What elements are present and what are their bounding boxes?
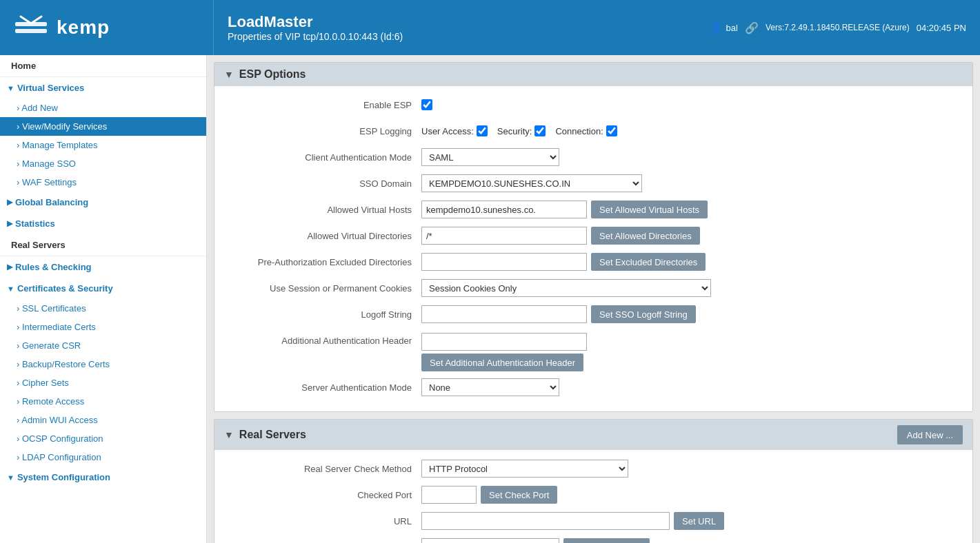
esp-logging-checkboxes: User Access: Security: Connection: xyxy=(421,125,624,136)
sidebar-item-remote-access[interactable]: › Remote Access xyxy=(0,392,206,411)
add-new-real-server-btn[interactable]: Add New ... xyxy=(897,425,963,444)
rules-checking-arrow: ▶ xyxy=(7,263,12,272)
client-auth-mode-select[interactable]: SAML Form Based Basic None xyxy=(421,148,559,166)
set-allowed-virtual-hosts-btn[interactable]: Set Allowed Virtual Hosts xyxy=(591,201,708,218)
sidebar-item-manage-sso[interactable]: › Manage SSO xyxy=(0,154,206,173)
additional-auth-header-input[interactable] xyxy=(421,333,587,351)
set-status-codes-btn[interactable]: Set Status Codes xyxy=(563,538,650,543)
sidebar-item-real-servers[interactable]: Real Servers xyxy=(0,234,206,256)
system-config-label: System Configuration xyxy=(17,472,110,482)
security-checkbox[interactable] xyxy=(534,125,546,136)
sidebar-section-virtual-services[interactable]: ▼ Virtual Services xyxy=(0,77,206,99)
set-allowed-directories-btn[interactable]: Set Allowed Directories xyxy=(591,227,700,245)
virtual-services-label: Virtual Services xyxy=(17,83,84,93)
url-row: URL Set URL xyxy=(228,511,959,531)
esp-options-header: ▼ ESP Options xyxy=(214,63,972,86)
sidebar-item-cipher-sets[interactable]: › Cipher Sets xyxy=(0,373,206,392)
logoff-string-row: Logoff String Set SSO Logoff String xyxy=(228,304,959,325)
esp-logging-control: User Access: Security: Connection: xyxy=(421,125,959,136)
client-auth-mode-row: Client Authentication Mode SAML Form Bas… xyxy=(228,147,959,167)
sidebar: Home ▼ Virtual Services › Add New › View… xyxy=(0,55,207,543)
status-codes-input[interactable] xyxy=(421,538,559,543)
sidebar-section-statistics[interactable]: ▶ Statistics xyxy=(0,213,206,234)
set-check-port-btn[interactable]: Set Check Port xyxy=(481,486,557,504)
additional-auth-header-label: Additional Authentication Header xyxy=(228,333,421,346)
check-method-row: Real Server Check Method HTTP Protocol I… xyxy=(228,458,959,479)
sidebar-item-ldap-configuration[interactable]: › LDAP Configuration xyxy=(0,448,206,467)
esp-options-panel: ▼ ESP Options Enable ESP ESP Logging xyxy=(214,62,973,412)
sidebar-item-ocsp-configuration[interactable]: › OCSP Configuration xyxy=(0,429,206,448)
logo-text: kemp xyxy=(57,17,110,39)
sidebar-item-manage-templates[interactable]: › Manage Templates xyxy=(0,136,206,154)
allowed-virtual-dirs-control: Set Allowed Directories xyxy=(421,227,959,245)
security-label: Security: xyxy=(497,126,532,136)
header-username: bal xyxy=(726,23,738,33)
sidebar-item-admin-wui-access[interactable]: › Admin WUI Access xyxy=(0,411,206,429)
session-cookies-select[interactable]: Session Cookies Only Permanent Cookies S… xyxy=(421,279,711,297)
url-input[interactable] xyxy=(421,512,670,530)
additional-auth-header-row: Additional Authentication Header Set Add… xyxy=(228,330,959,371)
esp-options-collapse-btn[interactable]: ▼ xyxy=(224,69,234,80)
virtual-services-arrow: ▼ xyxy=(7,84,14,92)
sidebar-item-intermediate-certs[interactable]: › Intermediate Certs xyxy=(0,318,206,336)
sidebar-item-waf-settings[interactable]: › WAF Settings xyxy=(0,173,206,192)
logoff-string-label: Logoff String xyxy=(228,309,421,320)
esp-options-body: Enable ESP ESP Logging User Access: xyxy=(214,86,972,411)
real-servers-header: ▼ Real Servers Add New ... xyxy=(214,420,972,450)
check-method-control: HTTP Protocol ICMP TCP None xyxy=(421,460,959,478)
real-servers-body: Real Server Check Method HTTP Protocol I… xyxy=(214,450,972,543)
pre-auth-excluded-input[interactable] xyxy=(421,253,587,271)
sidebar-home[interactable]: Home xyxy=(0,55,206,77)
sidebar-section-rules-checking[interactable]: ▶ Rules & Checking xyxy=(0,256,206,278)
real-servers-collapse-btn[interactable]: ▼ xyxy=(224,429,234,440)
logo-area: kemp xyxy=(0,0,214,55)
header-right: 👤 bal 🔗 Vers:7.2.49.1.18450.RELEASE (Azu… xyxy=(696,0,980,55)
check-method-label: Real Server Check Method xyxy=(228,464,421,474)
enable-esp-control xyxy=(421,99,959,110)
sidebar-section-global-balancing[interactable]: ▶ Global Balancing xyxy=(0,192,206,213)
user-access-checkbox[interactable] xyxy=(477,125,488,136)
global-balancing-arrow: ▶ xyxy=(7,198,12,207)
server-auth-mode-select[interactable]: None Basic Kerberos xyxy=(421,378,559,396)
user-icon: 👤 xyxy=(710,21,723,34)
kemp-logo-icon xyxy=(14,14,48,41)
pre-auth-excluded-control: Set Excluded Directories xyxy=(421,253,959,271)
set-excluded-directories-btn[interactable]: Set Excluded Directories xyxy=(591,253,706,271)
check-method-select[interactable]: HTTP Protocol ICMP TCP None xyxy=(421,460,628,478)
allowed-virtual-hosts-input[interactable] xyxy=(421,201,587,218)
set-additional-auth-btn[interactable]: Set Additional Authentication Header xyxy=(421,354,583,371)
server-auth-mode-control: None Basic Kerberos xyxy=(421,378,959,396)
svg-rect-1 xyxy=(15,29,47,33)
sidebar-item-generate-csr[interactable]: › Generate CSR xyxy=(0,336,206,355)
esp-logging-row: ESP Logging User Access: Security: xyxy=(228,121,959,141)
logoff-string-input[interactable] xyxy=(421,305,587,323)
sso-domain-select[interactable]: KEMPDEMO10.SUNESHES.CO.IN xyxy=(421,174,642,192)
sidebar-section-certificates-security[interactable]: ▼ Certificates & Security xyxy=(0,278,206,299)
session-cookies-label: Use Session or Permanent Cookies xyxy=(228,283,421,294)
checked-port-input[interactable] xyxy=(421,486,477,504)
rules-checking-label: Rules & Checking xyxy=(15,262,92,272)
top-header: kemp LoadMaster Properties of VIP tcp/10… xyxy=(0,0,980,55)
connection-checkbox[interactable] xyxy=(606,125,617,136)
set-sso-logoff-btn[interactable]: Set SSO Logoff String xyxy=(591,305,696,323)
header-divider-icon: 🔗 xyxy=(745,21,759,34)
enable-esp-checkbox[interactable] xyxy=(421,99,432,110)
sidebar-item-backup-restore-certs[interactable]: › Backup/Restore Certs xyxy=(0,355,206,373)
pre-auth-excluded-label: Pre-Authorization Excluded Directories xyxy=(228,257,421,267)
allowed-virtual-dirs-row: Allowed Virtual Directories Set Allowed … xyxy=(228,225,959,246)
certificates-security-label: Certificates & Security xyxy=(17,283,113,294)
enable-esp-label: Enable ESP xyxy=(228,100,421,110)
sidebar-section-system-configuration[interactable]: ▼ System Configuration xyxy=(0,467,206,488)
status-codes-control: Set Status Codes xyxy=(421,538,959,543)
sidebar-item-add-new[interactable]: › Add New xyxy=(0,99,206,117)
allowed-virtual-dirs-label: Allowed Virtual Directories xyxy=(228,231,421,241)
real-servers-panel: ▼ Real Servers Add New ... Real Server C… xyxy=(214,419,973,543)
allowed-virtual-dirs-input[interactable] xyxy=(421,227,587,245)
set-url-btn[interactable]: Set URL xyxy=(674,512,724,530)
statistics-arrow: ▶ xyxy=(7,219,12,228)
sidebar-item-ssl-certificates[interactable]: › SSL Certificates xyxy=(0,299,206,318)
sso-domain-control: KEMPDEMO10.SUNESHES.CO.IN xyxy=(421,174,959,192)
session-cookies-row: Use Session or Permanent Cookies Session… xyxy=(228,278,959,298)
real-servers-title: Real Servers xyxy=(239,429,306,441)
sidebar-item-view-modify-services[interactable]: › View/Modify Services xyxy=(0,117,206,136)
